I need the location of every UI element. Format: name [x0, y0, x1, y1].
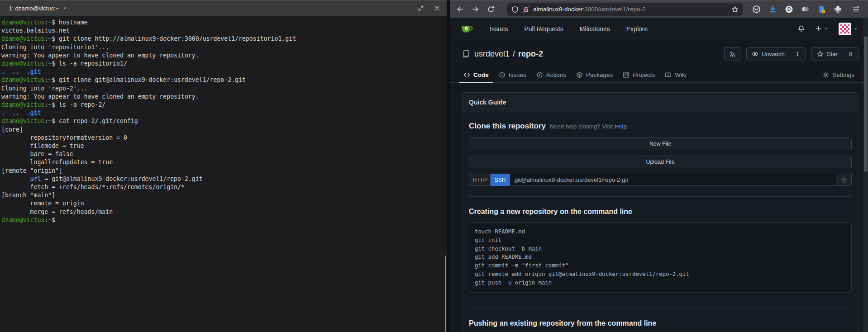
repo-tabs: CodeIssuesActionsPackagesProjectsWikiSet… — [450, 68, 868, 83]
terminal-title-caret-icon[interactable] — [62, 6, 67, 10]
terminal-line: victus.balaitus.net — [1, 27, 446, 35]
unwatch-label: Unwatch — [762, 51, 785, 57]
terminal-line: [branch "main"] — [1, 191, 446, 199]
repo-action-buttons: Unwatch 1 Star 0 — [724, 47, 858, 61]
issue-icon — [499, 71, 506, 78]
tab-wiki[interactable]: Wiki — [661, 71, 691, 83]
package-icon — [576, 71, 583, 78]
clone-heading-row: Clone this repository Need help cloning?… — [469, 122, 852, 131]
create-new-button[interactable] — [815, 25, 829, 32]
page-scrollbar-thumb[interactable] — [864, 36, 868, 172]
terminal-restore-icon[interactable] — [418, 5, 424, 11]
back-button[interactable] — [454, 4, 466, 15]
terminal-line: warning: You appear to have cloned an em… — [1, 52, 446, 60]
tab-projects[interactable]: Projects — [619, 71, 659, 83]
create-code-block: touch README.md git init git checkout -b… — [469, 222, 852, 293]
unwatch-button[interactable]: Unwatch 1 — [746, 47, 806, 61]
forward-button[interactable] — [469, 4, 481, 15]
terminal-line: dzamo@victus:~$ git clone http://almalin… — [1, 35, 446, 43]
tab-code[interactable]: Code — [459, 71, 493, 83]
url-path: :3000/usrdevel1/repo-2 — [583, 6, 646, 13]
clone-heading: Clone this repository — [469, 122, 546, 131]
new-file-button[interactable]: New File — [469, 138, 852, 150]
account-icon[interactable] — [801, 5, 810, 14]
tab-label: Actions — [546, 71, 566, 78]
puzzle-icon[interactable] — [834, 5, 842, 14]
star-button[interactable]: Star 0 — [811, 47, 858, 61]
upload-file-button[interactable]: Upload File — [469, 156, 852, 168]
terminal-line: logallrefupdates = true — [1, 158, 446, 166]
terminal-line: filemode = true — [1, 142, 446, 150]
url-host: almalinux9-docker — [533, 6, 583, 13]
play-icon — [536, 71, 543, 78]
avatar — [839, 23, 851, 35]
quick-guide-header: Quick Guide — [463, 93, 858, 112]
divider — [469, 196, 852, 197]
repo-name-link[interactable]: repo-2 — [518, 49, 543, 59]
quick-guide-panel: Quick Guide Clone this repository Need h… — [462, 92, 858, 332]
terminal-line: Cloning into 'repositorio1'... — [1, 43, 446, 52]
repo-header: usrdevel1 / repo-2 Unwatch 1 Star 0 — [450, 40, 868, 68]
push-section-heading: Pushing an existing repository from the … — [469, 319, 852, 327]
repo-separator: / — [513, 49, 515, 59]
terminal-scrollbar-thumb[interactable] — [445, 256, 446, 332]
notifications-bell-icon[interactable] — [797, 25, 805, 33]
insecure-lock-icon[interactable] — [522, 6, 529, 13]
http-button[interactable]: HTTP — [469, 174, 491, 186]
star-count[interactable]: 0 — [843, 47, 858, 61]
terminal-line: . .. .git — [1, 109, 446, 117]
gitea-page: IssuesPull RequestsMilestonesExplore usr… — [450, 18, 868, 332]
rss-feed-button[interactable] — [724, 47, 740, 61]
screen: 1: dzamo@victus:~ dzamo@victus:~$ hostna… — [0, 0, 868, 332]
tab-label: Wiki — [675, 71, 687, 78]
nav-link-issues[interactable]: Issues — [490, 25, 508, 33]
gitea-logo[interactable] — [460, 22, 473, 35]
nav-link-milestones[interactable]: Milestones — [580, 25, 610, 33]
terminal-line: dzamo@victus:~$ — [1, 216, 446, 224]
bookmark-star-icon[interactable] — [731, 6, 739, 13]
document-icon[interactable] — [817, 5, 826, 14]
reload-button[interactable] — [485, 4, 496, 15]
plus-icon — [815, 25, 822, 32]
clone-url-input[interactable]: git@almalinux9-docker:usrdevel1/repo-2.g… — [510, 174, 836, 186]
copy-icon — [841, 177, 847, 183]
terminal-line: . .. .git — [1, 68, 446, 76]
tab-actions[interactable]: Actions — [532, 71, 570, 83]
gitea-navbar: IssuesPull RequestsMilestonesExplore — [450, 18, 868, 40]
d-circle-icon[interactable]: D — [785, 5, 793, 14]
terminal-line: bare = false — [1, 150, 446, 158]
terminal-close-icon[interactable] — [434, 5, 440, 11]
ssh-button[interactable]: SSH — [491, 174, 510, 186]
clone-help-text: Need help cloning? Visit Help. — [550, 123, 628, 130]
terminal-line: repositoryformatversion = 0 — [1, 134, 446, 142]
terminal-title: 1: dzamo@victus:~ — [9, 5, 59, 12]
tab-packages[interactable]: Packages — [572, 71, 617, 83]
menu-button[interactable] — [850, 4, 862, 15]
terminal-line: dzamo@victus:~$ git clone git@almalinux9… — [1, 76, 446, 84]
repo-owner-link[interactable]: usrdevel1 — [474, 49, 510, 59]
tab-issues[interactable]: Issues — [495, 71, 530, 83]
url-bar[interactable]: almalinux9-docker:3000/usrdevel1/repo-2 — [507, 3, 743, 16]
user-menu[interactable] — [839, 23, 858, 35]
tab-settings[interactable]: Settings — [818, 71, 858, 83]
terminal-output: dzamo@victus:~$ hostnamevictus.balaitus.… — [0, 16, 447, 332]
terminal-titlebar[interactable]: 1: dzamo@victus:~ — [0, 0, 447, 16]
terminal-line: fetch = +refs/heads/*:refs/remotes/origi… — [1, 183, 446, 191]
gitea-nav-right — [797, 23, 863, 35]
nav-link-explore[interactable]: Explore — [626, 25, 648, 33]
tracking-shield-icon[interactable] — [511, 6, 519, 13]
project-icon — [623, 71, 630, 78]
url-text: almalinux9-docker:3000/usrdevel1/repo-2 — [533, 6, 645, 13]
repo-icon — [462, 50, 470, 58]
page-scrollbar[interactable] — [863, 18, 868, 332]
copy-url-button[interactable] — [836, 174, 852, 186]
terminal-line: Cloning into 'repo-2'... — [1, 85, 446, 93]
chevron-down-icon — [854, 27, 858, 31]
nav-link-pull-requests[interactable]: Pull Requests — [524, 25, 563, 33]
pocket-icon[interactable] — [752, 5, 761, 14]
help-link[interactable]: Help — [615, 123, 627, 130]
watch-count[interactable]: 1 — [790, 47, 805, 61]
tab-label: Settings — [832, 71, 854, 78]
divider — [469, 308, 852, 308]
download-icon[interactable] — [768, 5, 777, 14]
